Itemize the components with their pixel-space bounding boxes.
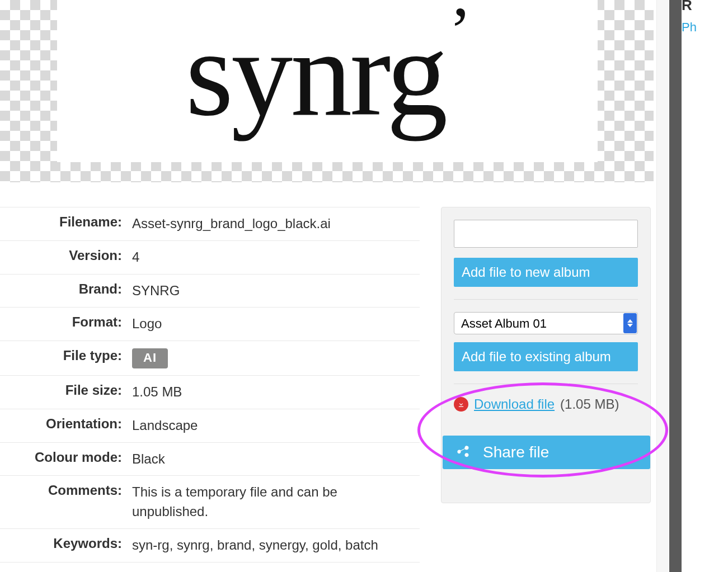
- metadata-row: File size:1.05 MB: [0, 375, 420, 409]
- metadata-label: Filename:: [8, 214, 122, 234]
- download-row: Download file (1.05 MB): [454, 396, 638, 412]
- metadata-row: File type:AI: [0, 341, 420, 375]
- scrollbar[interactable]: [656, 0, 669, 572]
- download-icon: [454, 397, 468, 412]
- share-icon: [455, 445, 471, 460]
- add-to-existing-album-button[interactable]: Add file to existing album: [454, 342, 638, 371]
- metadata-value: SYNRG: [132, 281, 180, 301]
- actions-panel: Add file to new album Asset Album 01 Add…: [441, 207, 651, 503]
- transparency-checker: synrg’: [0, 0, 654, 182]
- metadata-value: 4: [132, 248, 139, 267]
- metadata-table: Filename:Asset-synrg_brand_logo_black.ai…: [0, 207, 420, 562]
- metadata-value: syn-rg, synrg, brand, synergy, gold, bat…: [132, 536, 378, 555]
- divider: [454, 299, 638, 300]
- metadata-label: Comments:: [8, 483, 122, 522]
- metadata-label: Brand:: [8, 281, 122, 301]
- metadata-value: 1.05 MB: [132, 382, 182, 402]
- add-to-new-album-button[interactable]: Add file to new album: [454, 258, 638, 287]
- divider: [454, 384, 638, 384]
- metadata-row: Orientation:Landscape: [0, 409, 420, 442]
- metadata-row: Version:4: [0, 240, 420, 274]
- metadata-value: This is a temporary file and can be unpu…: [132, 483, 412, 522]
- metadata-row: Comments:This is a temporary file and ca…: [0, 475, 420, 528]
- metadata-label: File size:: [8, 382, 122, 402]
- metadata-row: Format:Logo: [0, 307, 420, 341]
- offscreen-sidebar: R Ph: [669, 0, 728, 572]
- metadata-value: AI: [132, 348, 168, 368]
- new-album-name-input[interactable]: [454, 220, 638, 248]
- download-file-link[interactable]: Download file: [474, 396, 555, 412]
- metadata-label: Format:: [8, 314, 122, 334]
- share-file-button[interactable]: Share file: [443, 436, 650, 469]
- metadata-label: Orientation:: [8, 416, 122, 436]
- logo-wordmark: synrg’: [186, 12, 469, 135]
- share-file-label: Share file: [483, 443, 549, 461]
- metadata-value: Landscape: [132, 416, 198, 436]
- metadata-label: Keywords:: [8, 536, 122, 555]
- metadata-value: Asset-synrg_brand_logo_black.ai: [132, 214, 331, 234]
- asset-preview: synrg’: [57, 0, 598, 162]
- download-size: (1.05 MB): [560, 396, 619, 412]
- select-stepper-icon: [623, 313, 637, 333]
- metadata-value: Black: [132, 450, 165, 469]
- existing-album-select[interactable]: Asset Album 01: [454, 312, 638, 334]
- metadata-label: File type:: [8, 348, 122, 368]
- sidebar-link-fragment[interactable]: Ph: [682, 20, 697, 35]
- metadata-label: Colour mode:: [8, 450, 122, 469]
- metadata-value: Logo: [132, 314, 162, 334]
- metadata-row: Brand:SYNRG: [0, 274, 420, 308]
- sidebar-heading-fragment: R: [682, 0, 692, 14]
- metadata-row: Keywords:syn-rg, synrg, brand, synergy, …: [0, 528, 420, 562]
- metadata-row: Filename:Asset-synrg_brand_logo_black.ai: [0, 207, 420, 240]
- metadata-row: Colour mode:Black: [0, 442, 420, 476]
- filetype-badge: AI: [132, 348, 168, 368]
- metadata-label: Version:: [8, 248, 122, 267]
